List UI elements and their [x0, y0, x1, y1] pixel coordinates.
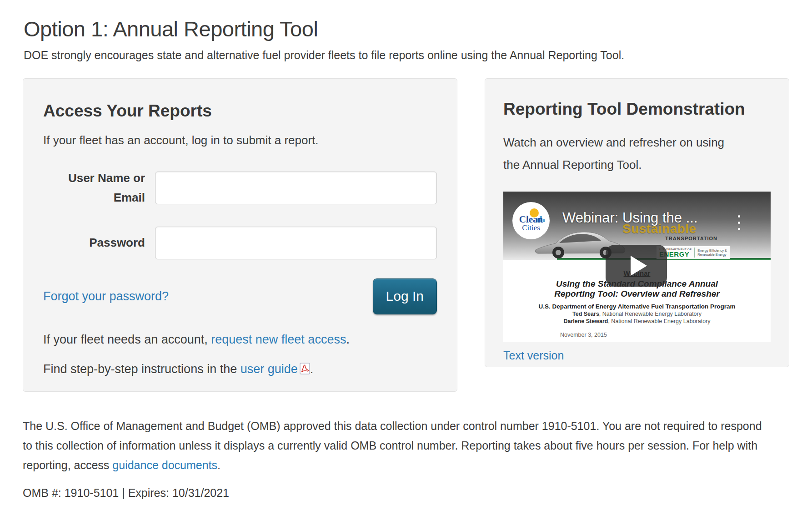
- omb-paragraph: The U.S. Office of Management and Budget…: [23, 416, 789, 475]
- kebab-menu-icon[interactable]: [737, 215, 741, 234]
- energy-logo-sub-line1: Energy Efficiency &: [697, 248, 727, 253]
- presenter2-affiliation: , National Renewable Energy Laboratory: [608, 318, 710, 324]
- login-actions-row: Forgot your password? Log In: [43, 278, 437, 314]
- clean-cities-logo: Clean Cities: [512, 202, 550, 239]
- access-card-heading: Access Your Reports: [43, 101, 437, 121]
- login-form: User Name or Email Password: [43, 168, 437, 259]
- demo-card: Reporting Tool Demonstration Watch an ov…: [485, 78, 789, 367]
- presenter1-name: Ted Sears: [572, 311, 599, 317]
- omb-line2: to this collection of information unless…: [23, 439, 757, 452]
- log-in-button[interactable]: Log In: [373, 278, 437, 314]
- slide-presenter-2: Darlene Steward, National Renewable Ener…: [503, 318, 771, 324]
- slide-date: November 3, 2015: [503, 332, 771, 338]
- password-label: Password: [43, 233, 145, 253]
- slide-presenter-1: Ted Sears, National Renewable Energy Lab…: [503, 311, 771, 317]
- omb-line1: The U.S. Office of Management and Budget…: [23, 420, 762, 432]
- page: Option 1: Annual Reporting Tool DOE stro…: [0, 0, 812, 500]
- request-access-prefix: If your fleet needs an account,: [43, 333, 211, 346]
- username-row: User Name or Email: [43, 168, 437, 207]
- webinar-video-thumbnail[interactable]: Clean Cities Webinar: Using the ... Sust…: [503, 192, 771, 342]
- energy-logo-sub-line2: Renewable Energy: [697, 253, 727, 257]
- demo-card-heading: Reporting Tool Demonstration: [503, 100, 771, 119]
- username-input[interactable]: [155, 172, 437, 204]
- forgot-password-link[interactable]: Forgot your password?: [43, 289, 169, 304]
- doe-energy-logo: U.S. DEPARTMENT OF ENERGY Energy Efficie…: [657, 246, 730, 259]
- video-overlay-title: Webinar: Using the ...: [562, 210, 698, 226]
- play-button[interactable]: [606, 245, 667, 287]
- slide-organization: U.S. Department of Energy Alternative Fu…: [503, 303, 771, 310]
- presenter2-name: Darlene Steward: [563, 318, 608, 324]
- play-icon: [631, 256, 647, 276]
- username-label: User Name or Email: [43, 168, 145, 207]
- password-input[interactable]: [155, 227, 437, 259]
- password-row: Password: [43, 227, 437, 259]
- page-title: Option 1: Annual Reporting Tool: [24, 16, 789, 41]
- omb-line3-prefix: reporting, access: [23, 459, 112, 471]
- password-label-text: Password: [89, 236, 145, 249]
- access-reports-card: Access Your Reports If your fleet has an…: [23, 78, 457, 392]
- text-version-link[interactable]: Text version: [503, 349, 564, 362]
- presenter1-affiliation: , National Renewable Energy Laboratory: [599, 311, 702, 317]
- page-subtitle: DOE strongly encourages state and altern…: [24, 49, 789, 62]
- guidance-documents-link[interactable]: guidance documents: [112, 459, 217, 471]
- access-card-intro: If your fleet has an account, log in to …: [43, 133, 437, 147]
- pdf-icon: [300, 363, 310, 374]
- user-guide-link[interactable]: user guide: [241, 362, 298, 376]
- demo-intro-line2: the Annual Reporting Tool.: [503, 158, 642, 172]
- user-guide-suffix: .: [310, 362, 314, 376]
- user-guide-line: Find step-by-step instructions in the us…: [43, 362, 437, 376]
- omb-number-line: OMB #: 1910-5101 | Expires: 10/31/2021: [23, 486, 789, 500]
- slide-title-line2: Reporting Tool: Overview and Refresher: [554, 289, 720, 298]
- demo-intro-line1: Watch an overview and refresher on using: [503, 136, 724, 149]
- cards-row: Access Your Reports If your fleet has an…: [23, 78, 789, 392]
- energy-logo-divider: [694, 248, 695, 258]
- username-label-line1: User Name: [68, 171, 130, 185]
- demo-card-intro: Watch an overview and refresher on using…: [503, 132, 771, 176]
- user-guide-prefix: Find step-by-step instructions in the: [43, 362, 241, 376]
- request-access-suffix: .: [346, 333, 350, 346]
- request-new-fleet-access-link[interactable]: request new fleet access: [211, 333, 346, 346]
- transportation-watermark: TRANSPORTATION: [665, 236, 717, 241]
- request-access-line: If your fleet needs an account, request …: [43, 333, 437, 347]
- omb-line3-suffix: .: [217, 459, 221, 471]
- clean-cities-logo-line2: Cities: [512, 223, 550, 233]
